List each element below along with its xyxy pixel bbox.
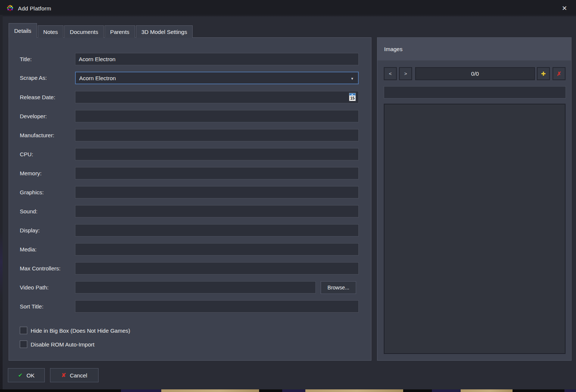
calendar-icon-header xyxy=(349,93,355,95)
images-panel-title: Images xyxy=(384,46,402,52)
form-row-release-date: Release Date: 15 xyxy=(9,91,371,103)
close-icon[interactable]: ✕ xyxy=(558,2,571,15)
sound-input[interactable] xyxy=(75,205,359,217)
cancel-button[interactable]: ✘ Cancel xyxy=(50,368,99,382)
cpu-label: CPU: xyxy=(20,148,33,160)
images-panel-header: Images xyxy=(377,38,571,60)
plus-icon: ✚ xyxy=(541,70,546,77)
developer-input[interactable] xyxy=(75,110,359,122)
next-image-button[interactable]: > xyxy=(399,67,412,80)
x-icon: ✘ xyxy=(61,372,66,379)
background-app-strip xyxy=(0,389,576,392)
video-path-label: Video Path: xyxy=(20,281,49,294)
memory-input[interactable] xyxy=(75,167,359,179)
manufacturer-label: Manufacturer: xyxy=(20,129,55,141)
cpu-input[interactable] xyxy=(75,148,359,160)
image-caption-field[interactable] xyxy=(384,86,566,98)
form-row-cpu: CPU: xyxy=(9,148,371,160)
delete-image-button[interactable]: ✗ xyxy=(552,67,566,80)
tab-details[interactable]: Details xyxy=(9,23,37,38)
form-row-scrape-as: Scrape As: Acorn Electron ▼ xyxy=(9,72,371,84)
tab-bar: Details Notes Documents Parents 3D Model… xyxy=(9,23,193,38)
form-row-video-path: Video Path: Browse... xyxy=(9,281,371,294)
launchbox-cube-icon xyxy=(6,4,14,12)
form-row-sort-title: Sort Title: xyxy=(9,300,371,313)
media-input[interactable] xyxy=(75,243,359,255)
developer-label: Developer: xyxy=(20,110,47,122)
tab-documents[interactable]: Documents xyxy=(64,25,104,38)
graphics-input[interactable] xyxy=(75,186,359,198)
tab-parents[interactable]: Parents xyxy=(105,25,135,38)
add-platform-dialog: Add Platform ✕ Details Notes Documents P… xyxy=(0,0,576,389)
scrape-as-value: Acorn Electron xyxy=(79,75,116,81)
max-controllers-label: Max Controllers: xyxy=(20,262,60,275)
disable-rom-autoimport-label: Disable ROM Auto-Import xyxy=(31,341,94,348)
window-title: Add Platform xyxy=(18,5,51,12)
display-input[interactable] xyxy=(75,224,359,236)
memory-label: Memory: xyxy=(20,167,41,179)
calendar-icon-day: 15 xyxy=(349,95,355,101)
form-row-memory: Memory: xyxy=(9,167,371,179)
form-row-developer: Developer: xyxy=(9,110,371,122)
form-row-max-controllers: Max Controllers: xyxy=(9,262,371,275)
disable-rom-autoimport-checkbox[interactable] xyxy=(20,341,27,348)
window-left-edge xyxy=(0,15,3,389)
details-panel: Title: Scrape As: Acorn Electron ▼ Relea… xyxy=(9,37,371,361)
hide-in-bigbox-label: Hide in Big Box (Does Not Hide Games) xyxy=(31,327,130,334)
delete-x-icon: ✗ xyxy=(557,70,561,77)
release-date-field: 15 xyxy=(75,91,359,103)
tab-3d-model-settings[interactable]: 3D Model Settings xyxy=(136,25,193,38)
video-path-input[interactable] xyxy=(75,281,316,294)
release-date-input[interactable] xyxy=(75,91,359,103)
sort-title-label: Sort Title: xyxy=(20,300,43,313)
max-controllers-input[interactable] xyxy=(75,262,359,275)
calendar-icon[interactable]: 15 xyxy=(349,93,356,101)
titlebar: Add Platform ✕ xyxy=(0,0,576,16)
title-input[interactable] xyxy=(75,53,359,65)
form-row-title: Title: xyxy=(9,53,371,65)
form-row-manufacturer: Manufacturer: xyxy=(9,129,371,141)
images-panel: Images < > 0/0 ✚ ✗ xyxy=(377,37,572,361)
scrape-as-select[interactable]: Acorn Electron ▼ xyxy=(75,72,359,84)
image-counter[interactable]: 0/0 xyxy=(415,67,535,80)
media-label: Media: xyxy=(20,243,37,255)
display-label: Display: xyxy=(20,224,40,236)
image-preview-area xyxy=(384,104,566,354)
scrape-as-label: Scrape As: xyxy=(20,72,47,84)
sound-label: Sound: xyxy=(20,205,38,217)
previous-image-button[interactable]: < xyxy=(384,67,397,80)
ok-button-label: OK xyxy=(27,372,35,379)
hide-in-bigbox-row: Hide in Big Box (Does Not Hide Games) xyxy=(9,326,130,335)
tab-notes[interactable]: Notes xyxy=(38,25,63,38)
title-label: Title: xyxy=(20,53,32,65)
browse-button[interactable]: Browse... xyxy=(321,281,356,294)
ok-button[interactable]: ✔ OK xyxy=(8,368,45,382)
form-row-graphics: Graphics: xyxy=(9,186,371,198)
release-date-label: Release Date: xyxy=(20,91,55,103)
chevron-down-icon: ▼ xyxy=(351,77,354,81)
cancel-button-label: Cancel xyxy=(70,372,87,379)
form-row-sound: Sound: xyxy=(9,205,371,217)
manufacturer-input[interactable] xyxy=(75,129,359,141)
graphics-label: Graphics: xyxy=(20,186,44,198)
disable-rom-autoimport-row: Disable ROM Auto-Import xyxy=(9,340,94,348)
form-row-media: Media: xyxy=(9,243,371,255)
sort-title-input[interactable] xyxy=(75,300,359,313)
check-icon: ✔ xyxy=(18,372,23,379)
add-image-button[interactable]: ✚ xyxy=(537,67,550,80)
form-row-display: Display: xyxy=(9,224,371,236)
hide-in-bigbox-checkbox[interactable] xyxy=(20,327,27,334)
